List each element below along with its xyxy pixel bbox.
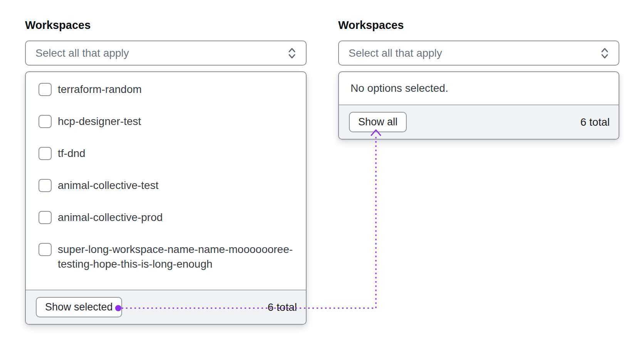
checkbox[interactable] — [39, 179, 52, 192]
workspaces-multiselect-right: Workspaces Select all that apply No opti… — [338, 19, 619, 140]
checkbox[interactable] — [39, 83, 52, 96]
panel-footer: Show all 6 total — [339, 105, 619, 139]
option-label: super-long-workspace-name-name-moooooore… — [58, 242, 296, 271]
option-row[interactable]: hcp-designer-test — [39, 114, 296, 129]
option-row[interactable]: super-long-workspace-name-name-moooooore… — [39, 242, 296, 271]
checkbox[interactable] — [39, 243, 52, 256]
option-row[interactable]: animal-collective-prod — [39, 210, 296, 225]
checkbox[interactable] — [39, 115, 52, 128]
option-row[interactable]: terraform-random — [39, 82, 296, 97]
checkbox[interactable] — [39, 147, 52, 160]
total-count: 6 total — [268, 301, 297, 314]
show-selected-button[interactable]: Show selected — [36, 297, 122, 317]
option-label: hcp-designer-test — [58, 114, 141, 129]
field-label: Workspaces — [338, 19, 619, 31]
option-label: animal-collective-test — [58, 178, 158, 193]
dropdown-panel-expanded: terraform-random hcp-designer-test tf-dn… — [25, 71, 307, 325]
select-placeholder: Select all that apply — [349, 47, 442, 59]
field-label: Workspaces — [25, 19, 307, 31]
option-list: terraform-random hcp-designer-test tf-dn… — [26, 72, 306, 290]
option-row[interactable]: animal-collective-test — [39, 178, 296, 193]
select-placeholder: Select all that apply — [35, 47, 129, 59]
show-all-button[interactable]: Show all — [349, 112, 407, 132]
checkbox[interactable] — [39, 211, 52, 224]
dropdown-panel-collapsed: No options selected. Show all 6 total — [338, 71, 619, 140]
workspaces-multiselect-left: Workspaces Select all that apply terrafo… — [25, 19, 307, 325]
empty-state-message: No options selected. — [351, 82, 448, 94]
total-count: 6 total — [580, 116, 610, 128]
option-row[interactable]: tf-dnd — [39, 146, 296, 161]
option-label: animal-collective-prod — [58, 210, 163, 225]
empty-state: No options selected. — [339, 72, 619, 105]
caret-sort-icon — [287, 47, 297, 59]
select-trigger[interactable]: Select all that apply — [338, 40, 619, 66]
select-trigger[interactable]: Select all that apply — [25, 40, 307, 66]
option-label: terraform-random — [58, 82, 142, 97]
option-label: tf-dnd — [58, 146, 86, 161]
caret-sort-icon — [600, 47, 609, 59]
panel-footer: Show selected 6 total — [26, 290, 306, 324]
